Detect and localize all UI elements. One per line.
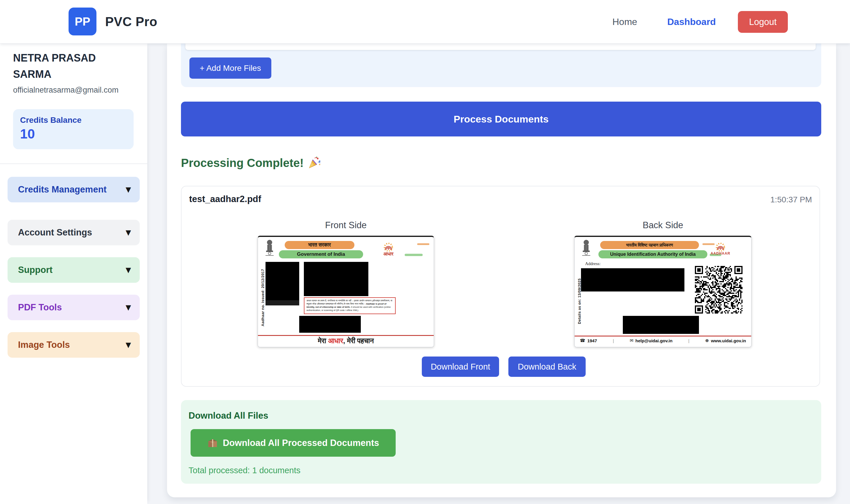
redacted-details	[304, 262, 368, 296]
nav-link-dashboard[interactable]: Dashboard	[667, 0, 716, 43]
email-contact: ✉ help@uidai.gov.in	[630, 338, 673, 343]
result-filename: test_aadhar2.pdf	[189, 194, 261, 204]
redacted-address	[581, 268, 685, 291]
file-input-remnant[interactable]	[185, 43, 816, 50]
user-email: officialnetrasarma@gmail.com	[13, 86, 119, 95]
address-label: Address:	[585, 261, 600, 266]
sidebar-item-label: PDF Tools	[18, 302, 62, 313]
redacted-aadhaar-number	[623, 316, 699, 334]
sidebar-item-credits-management[interactable]: Credits Management ▼	[7, 177, 140, 202]
sidebar-item-label: Account Settings	[18, 227, 92, 238]
aadhaar-slogan: मेरा आधार, मेरी पहचान	[258, 337, 434, 345]
aadhaar-front-preview: Aadhaar no. issued: 20/12/2017 भारत सरका…	[258, 236, 434, 347]
party-popper-icon	[308, 156, 321, 169]
aadhaar-disclaimer: आधार पहचान का प्रमाण है, नागरिकता या जन्…	[304, 297, 396, 314]
sidebar: NETRA PRASAD SARMA officialnetrasarma@gm…	[0, 43, 147, 504]
globe-icon: ⊕	[705, 338, 709, 343]
download-all-button[interactable]: Download All Processed Documents	[191, 429, 396, 457]
govt-english-banner: Government of India	[279, 250, 363, 258]
contact-separator: |	[688, 338, 689, 343]
slogan-part: मेरा	[318, 337, 328, 345]
nav-link-home[interactable]: Home	[613, 0, 637, 43]
chevron-down-icon: ▼	[126, 185, 131, 194]
phone-number: 1947	[587, 338, 597, 343]
aadhaar-issued-vertical-text: Aadhaar no. issued: 20/12/2017	[261, 257, 265, 326]
credits-balance-label: Credits Balance	[20, 115, 82, 125]
uidai-email: help@uidai.gov.in	[635, 338, 673, 343]
uidai-contact-row: ☎ 1947 | ✉ help@uidai.gov.in | ⊕ www.uid…	[580, 338, 746, 343]
govt-hindi-banner: भारत सरकार	[285, 241, 354, 249]
chevron-down-icon: ▼	[126, 303, 131, 311]
sidebar-item-label: Support	[18, 265, 53, 275]
redacted-aadhaar-number	[299, 316, 361, 333]
sidebar-item-label: Credits Management	[18, 184, 107, 195]
aadhaar-logo-text: AADHAAR	[709, 251, 732, 255]
uidai-website: www.uidai.gov.in	[711, 338, 746, 343]
aadhaar-logo-icon: AADHAAR	[709, 240, 732, 255]
aadhaar-back-preview: Details as on: 13/09/2025 भारतीय विशिष्ट…	[574, 236, 751, 347]
upload-panel: + Add More Files	[181, 43, 821, 87]
download-front-button[interactable]: Download Front	[422, 357, 499, 377]
app-logo-text: PP	[75, 15, 90, 28]
total-processed-text: Total processed: 1 documents	[189, 466, 300, 475]
brush-tail	[417, 243, 429, 245]
aadhaar-logo-text: आधार	[378, 251, 399, 257]
chevron-down-icon: ▼	[126, 266, 131, 274]
result-timestamp: 1:50:37 PM	[771, 195, 812, 204]
india-emblem-icon	[264, 239, 276, 256]
app-title: PVC Pro	[105, 0, 157, 43]
sidebar-divider	[0, 163, 147, 164]
divider-line	[574, 336, 751, 337]
photo-fragment	[266, 300, 299, 305]
dashboard-main-card: + Add More Files Process Documents Proce…	[167, 43, 836, 497]
processing-complete-heading: Processing Complete!	[181, 156, 321, 169]
contact-separator: |	[613, 338, 614, 343]
india-emblem-icon	[580, 239, 592, 256]
sidebar-item-label: Image Tools	[18, 340, 70, 350]
download-all-panel: Download All Files Download All Processe…	[181, 400, 821, 484]
download-back-button[interactable]: Download Back	[508, 357, 586, 377]
front-side-label: Front Side	[258, 220, 434, 231]
back-side-label: Back Side	[574, 220, 751, 231]
sidebar-item-support[interactable]: Support ▼	[7, 257, 140, 283]
credits-balance-card: Credits Balance 10	[13, 109, 134, 149]
download-all-heading: Download All Files	[189, 411, 268, 421]
phone-contact: ☎ 1947	[580, 338, 597, 343]
aadhaar-logo-icon: आधार	[378, 240, 399, 257]
app-logo: PP	[69, 7, 96, 35]
add-more-files-button[interactable]: + Add More Files	[190, 57, 271, 79]
qr-code	[695, 266, 743, 313]
processing-complete-text: Processing Complete!	[181, 157, 304, 169]
mail-icon: ✉	[630, 338, 634, 343]
brush-tail	[405, 254, 423, 256]
package-icon	[207, 437, 218, 449]
sidebar-item-pdf-tools[interactable]: PDF Tools ▼	[7, 295, 140, 320]
authority-hindi-banner: भारतीय विशिष्ट पहचान प्राधिकरण	[600, 241, 699, 249]
credits-balance-value: 10	[20, 126, 35, 142]
user-name: NETRA PRASAD SARMA	[13, 50, 132, 83]
slogan-part: , मेरी पहचान	[343, 337, 374, 345]
logout-button[interactable]: Logout	[738, 11, 788, 33]
download-all-button-label: Download All Processed Documents	[223, 438, 379, 448]
authority-english-banner: Unique Identification Authority of India	[598, 250, 707, 258]
top-navbar: PP PVC Pro Home Dashboard Logout	[0, 0, 850, 43]
slogan-highlight: आधार	[328, 337, 343, 345]
phone-icon: ☎	[580, 338, 585, 343]
process-documents-button[interactable]: Process Documents	[181, 102, 821, 137]
sidebar-item-image-tools[interactable]: Image Tools ▼	[7, 332, 140, 358]
chevron-down-icon: ▼	[126, 341, 131, 349]
divider-line	[258, 335, 434, 336]
chevron-down-icon: ▼	[126, 229, 131, 237]
website-contact: ⊕ www.uidai.gov.in	[705, 338, 746, 343]
processed-document-card: test_aadhar2.pdf 1:50:37 PM Front Side B…	[181, 186, 820, 387]
sidebar-item-account-settings[interactable]: Account Settings ▼	[7, 220, 140, 245]
redacted-photo	[266, 262, 299, 300]
